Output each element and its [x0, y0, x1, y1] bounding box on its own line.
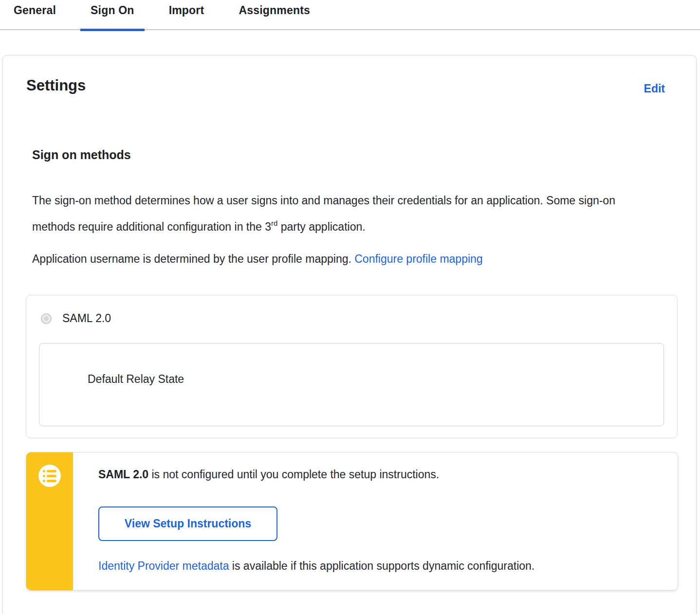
tab-bar: General Sign On Import Assignments [0, 0, 700, 30]
configure-profile-mapping-link[interactable]: Configure profile mapping [354, 253, 482, 265]
saml-radio-row: SAML 2.0 [41, 312, 111, 325]
view-setup-instructions-button[interactable]: View Setup Instructions [98, 506, 277, 541]
default-relay-state-box: Default Relay State [39, 343, 664, 426]
tab-sign-on[interactable]: Sign On [80, 0, 145, 29]
list-icon [38, 465, 61, 487]
saml-radio-button[interactable] [41, 313, 52, 324]
description-text-2: party application. [277, 220, 365, 233]
list-icon-row [43, 475, 61, 477]
identity-provider-metadata-link[interactable]: Identity Provider metadata [98, 560, 229, 572]
warning-banner: SAML 2.0 is not configured until you com… [26, 452, 678, 591]
metadata-note-text: is available if this application support… [229, 560, 534, 572]
username-description: Application username is determined by th… [32, 247, 638, 271]
tab-import[interactable]: Import [159, 0, 215, 29]
list-icon-row [43, 480, 61, 482]
warning-banner-content: SAML 2.0 is not configured until you com… [73, 452, 678, 590]
sign-on-methods-heading: Sign on methods [32, 148, 131, 162]
warning-message-bold: SAML 2.0 [98, 468, 148, 481]
metadata-note: Identity Provider metadata is available … [98, 559, 682, 573]
sign-on-description: The sign-on method determines how a user… [32, 189, 638, 238]
description-superscript: rd [271, 219, 277, 227]
default-relay-state-label: Default Relay State [88, 373, 184, 386]
saml-option-box: SAML 2.0 Default Relay State [26, 295, 678, 438]
page-title: Settings [26, 77, 86, 94]
warning-banner-strip [26, 452, 73, 590]
warning-message-text: is not configured until you complete the… [148, 468, 439, 481]
saml-radio-label: SAML 2.0 [62, 312, 111, 325]
username-text: Application username is determined by th… [32, 253, 354, 265]
edit-link[interactable]: Edit [644, 82, 665, 95]
warning-message: SAML 2.0 is not configured until you com… [98, 467, 439, 482]
app-page: General Sign On Import Assignments Setti… [0, 0, 700, 614]
list-icon-row [43, 470, 61, 472]
settings-card: Settings Edit Sign on methods The sign-o… [2, 55, 697, 614]
tab-assignments[interactable]: Assignments [228, 0, 320, 29]
tab-general[interactable]: General [3, 0, 66, 29]
